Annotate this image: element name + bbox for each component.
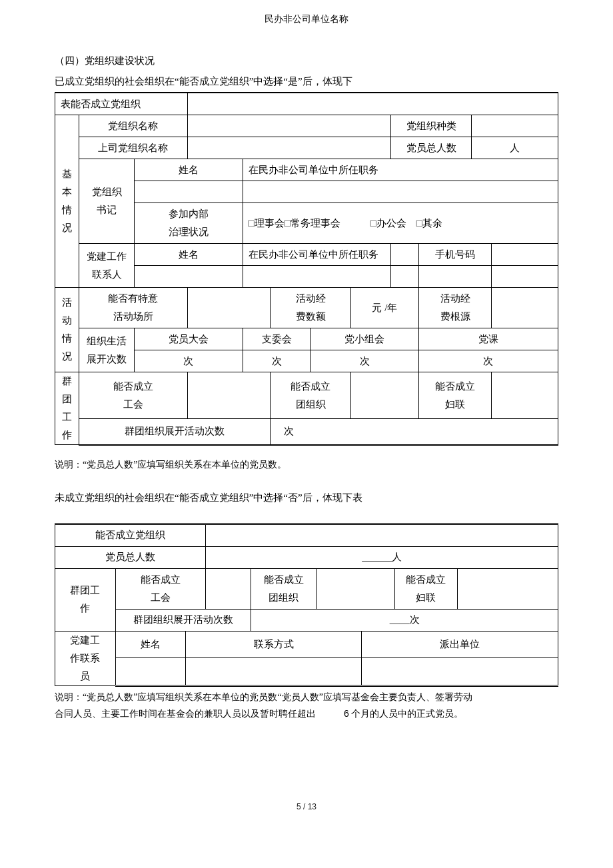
t2-union-value[interactable] <box>206 568 251 609</box>
contact-position-label: 在民办非公司单位中所任职务 <box>243 244 391 266</box>
t2-youth-label: 能否成立 团组织 <box>251 568 316 609</box>
contact-label: 党建工作 联系人 <box>79 244 135 288</box>
t2-contactway-value[interactable] <box>186 658 362 686</box>
secretary-label: 党组织 书记 <box>79 159 135 244</box>
member-meeting-count[interactable]: 次 <box>135 350 243 372</box>
org-type-value[interactable] <box>472 115 558 137</box>
t2-union-label: 能否成立 工会 <box>115 568 206 609</box>
t2-dispatch-value[interactable] <box>362 658 558 686</box>
table-not-established: 能否成立党组织 党员总人数 ______人 群团工 作 能否成立 工会 能否成立… <box>55 523 558 687</box>
secretary-position-label: 在民办非公司单位中所任职务 <box>243 159 558 181</box>
t2-women-label: 能否成立 妇联 <box>394 568 457 609</box>
attend-label: 参加内部 治理状况 <box>135 203 243 244</box>
lecture: 党课 <box>418 328 558 350</box>
t2-can-establish-value[interactable] <box>206 524 558 546</box>
table-established: 表能否成立党组织 基 本 情 况 党组织名称 党组织种类 上司党组织名称 党员总… <box>55 92 558 446</box>
superior-value[interactable] <box>187 137 391 159</box>
t2-can-establish-label: 能否成立党组织 <box>55 524 206 546</box>
group-qt: 群团工 作 <box>55 372 79 445</box>
t2-women-value[interactable] <box>457 568 558 609</box>
table2-lead: 未成立党组织的社会组织在“能否成立党组织”中选择“否”后，体现下表 <box>55 492 558 504</box>
total-members-value[interactable]: 人 <box>472 137 558 159</box>
contact-name-value[interactable] <box>135 266 243 288</box>
lecture-count[interactable]: 次 <box>418 350 558 372</box>
secretary-name-value[interactable] <box>135 181 243 203</box>
t2-name-label: 姓名 <box>115 631 186 657</box>
fee-label: 活动经 费数额 <box>271 288 351 328</box>
page-number: 5 / 13 <box>55 802 558 811</box>
place-label: 能否有特意 活动场所 <box>79 288 187 328</box>
can-establish-value[interactable] <box>187 93 558 115</box>
table1-lead: 已成立党组织的社会组织在“能否成立党组织”中选择“是”后，体现下 <box>55 75 558 88</box>
life-label: 组织生活 展开次数 <box>79 328 135 372</box>
t2-youth-value[interactable] <box>316 568 394 609</box>
org-name-value[interactable] <box>187 115 391 137</box>
phone-blank2[interactable] <box>492 266 558 288</box>
superior-label: 上司党组织名称 <box>79 137 187 159</box>
fee-source-label: 活动经 费根源 <box>418 288 491 328</box>
note2: 说明：“党员总人数”应填写组织关系在本单位的党员数“党员人数”应填写基金会主要负… <box>55 689 558 722</box>
contact-position-value[interactable] <box>391 244 419 266</box>
group-times-label: 群团组织展开活动次数 <box>79 419 271 445</box>
youth-label: 能否成立 团组织 <box>271 372 351 419</box>
contact-position-value2[interactable] <box>243 266 391 288</box>
youth-value[interactable] <box>350 372 418 419</box>
t2-total-members-value[interactable]: ______人 <box>206 546 558 568</box>
group-meeting-count[interactable]: 次 <box>310 350 418 372</box>
org-type-label: 党组织种类 <box>391 115 472 137</box>
branch-meeting-count[interactable]: 次 <box>243 350 310 372</box>
t2-name-value[interactable] <box>115 658 186 686</box>
member-meeting: 党员大会 <box>135 328 243 350</box>
contact-name-label: 姓名 <box>135 244 243 266</box>
t2-contactway-label: 联系方式 <box>186 631 362 657</box>
fee-value[interactable]: 元 /年 <box>350 288 418 328</box>
group-meeting: 党小组会 <box>310 328 418 350</box>
t2-total-members-label: 党员总人数 <box>55 546 206 568</box>
t2-contact: 党建工 作联系 员 <box>55 631 116 685</box>
union-label: 能否成立 工会 <box>79 372 187 419</box>
union-value[interactable] <box>187 372 271 419</box>
org-name-label: 党组织名称 <box>79 115 187 137</box>
note1: 说明：“党员总人数”应填写组织关系在本单位的党员数。 <box>55 456 558 473</box>
group-activity: 活 动 情 况 <box>55 288 79 372</box>
doc-header: 民办非公司单位名称 <box>55 13 558 25</box>
group-times-value[interactable]: 次 <box>271 419 558 445</box>
t2-group-times-value[interactable]: ____次 <box>251 609 558 631</box>
phone-label: 手机号码 <box>418 244 491 266</box>
t2-group-times-label: 群团组织展开活动次数 <box>115 609 251 631</box>
women-value[interactable] <box>492 372 558 419</box>
secretary-position-value[interactable] <box>243 181 558 203</box>
row-can-establish: 表能否成立党组织 <box>55 93 188 115</box>
t2-group: 群团工 作 <box>55 568 116 631</box>
attend-checkboxes[interactable]: □理事会□常务理事会 □办公会 □其余 <box>243 203 558 244</box>
fee-source-value[interactable] <box>492 288 558 328</box>
t2-dispatch-label: 派出单位 <box>362 631 558 657</box>
contact-blank[interactable] <box>391 266 419 288</box>
group-basic: 基 本 情 况 <box>55 115 79 288</box>
phone-blank1[interactable] <box>418 266 491 288</box>
place-value[interactable] <box>187 288 271 328</box>
women-label: 能否成立 妇联 <box>418 372 491 419</box>
phone-value[interactable] <box>492 244 558 266</box>
section-heading: （四）党组织建设状况 <box>55 55 558 67</box>
total-members-label: 党员总人数 <box>391 137 472 159</box>
branch-meeting: 支委会 <box>243 328 310 350</box>
secretary-name-label: 姓名 <box>135 159 243 181</box>
